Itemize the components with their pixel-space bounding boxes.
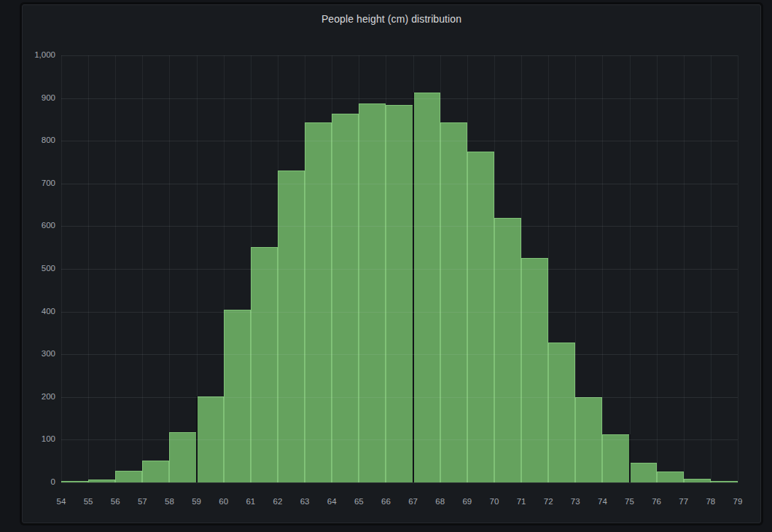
y-gridline bbox=[61, 439, 738, 440]
x-axis-tick-label: 55 bbox=[84, 497, 93, 506]
y-axis-tick-label: 400 bbox=[23, 307, 55, 316]
y-axis-tick-label: 0 bbox=[23, 477, 55, 486]
y-gridline bbox=[61, 312, 738, 313]
x-axis-tick-label: 54 bbox=[57, 497, 66, 506]
x-axis-tick-label: 73 bbox=[571, 497, 580, 506]
y-axis-tick-label: 1,000 bbox=[23, 50, 55, 59]
x-axis-tick-label: 76 bbox=[652, 497, 661, 506]
x-axis-tick-label: 75 bbox=[625, 497, 634, 506]
y-gridline bbox=[61, 397, 738, 398]
x-axis-tick-label: 65 bbox=[354, 497, 364, 506]
x-axis-tick-label: 63 bbox=[300, 497, 310, 506]
x-axis-tick-label: 69 bbox=[462, 497, 472, 506]
x-axis-tick-label: 56 bbox=[111, 497, 120, 506]
histogram-bar[interactable] bbox=[332, 114, 359, 482]
histogram-bar[interactable] bbox=[305, 122, 332, 482]
y-axis-tick-label: 900 bbox=[23, 93, 55, 102]
histogram-bar[interactable] bbox=[224, 310, 251, 482]
y-axis-tick-label: 700 bbox=[23, 179, 55, 187]
x-axis-tick-label: 67 bbox=[408, 497, 418, 506]
y-gridline bbox=[61, 269, 738, 270]
x-axis-tick-label: 78 bbox=[706, 497, 715, 506]
histogram-bar[interactable] bbox=[386, 105, 413, 482]
y-axis-tick-label: 600 bbox=[23, 221, 55, 230]
histogram-bar[interactable] bbox=[494, 218, 521, 482]
x-axis-tick-label: 61 bbox=[246, 497, 255, 506]
x-axis-tick-label: 72 bbox=[544, 497, 553, 506]
histogram-bar[interactable] bbox=[142, 461, 169, 482]
x-axis-tick-label: 77 bbox=[679, 497, 688, 506]
x-axis-tick-label: 58 bbox=[165, 497, 174, 506]
x-axis-tick-label: 64 bbox=[327, 497, 337, 506]
dark-grid-split-line bbox=[413, 93, 414, 482]
histogram-bar[interactable] bbox=[630, 463, 657, 482]
x-axis-tick-label: 79 bbox=[733, 497, 743, 506]
x-axis-tick-label: 62 bbox=[273, 497, 283, 506]
histogram-bar[interactable] bbox=[602, 434, 629, 482]
y-gridline bbox=[61, 184, 738, 184]
dark-grid-split-line bbox=[629, 434, 631, 482]
y-gridline bbox=[61, 98, 738, 99]
histogram-bar[interactable] bbox=[521, 258, 548, 482]
histogram-bar[interactable] bbox=[657, 472, 684, 482]
histogram-bar[interactable] bbox=[413, 93, 440, 482]
x-axis-tick-label: 68 bbox=[435, 497, 445, 506]
histogram-bar[interactable] bbox=[467, 152, 494, 482]
histogram-bar[interactable] bbox=[278, 171, 305, 482]
y-gridline bbox=[61, 55, 738, 56]
y-axis-tick-label: 500 bbox=[23, 264, 55, 273]
x-axis-tick-label: 70 bbox=[490, 497, 499, 506]
y-axis-tick-label: 800 bbox=[23, 136, 55, 144]
grafana-panel: People height (cm) distribution 01002003… bbox=[22, 4, 761, 523]
y-axis-tick-label: 300 bbox=[23, 349, 55, 358]
y-gridline bbox=[61, 141, 738, 141]
x-axis-tick-label: 57 bbox=[138, 497, 147, 506]
x-axis-tick-label: 71 bbox=[517, 497, 526, 506]
panel-title: People height (cm) distribution bbox=[23, 13, 760, 25]
x-gridline bbox=[738, 55, 738, 482]
y-gridline bbox=[61, 354, 738, 355]
y-gridline bbox=[61, 226, 738, 227]
plot-area bbox=[61, 55, 738, 482]
x-axis-tick-label: 60 bbox=[219, 497, 228, 506]
y-axis-tick-label: 100 bbox=[23, 434, 55, 443]
histogram-bar[interactable] bbox=[251, 247, 278, 482]
x-axis-tick-label: 66 bbox=[381, 497, 391, 506]
x-axis-tick-label: 74 bbox=[598, 497, 607, 506]
y-axis-tick-label: 200 bbox=[23, 392, 55, 401]
histogram-bar[interactable] bbox=[115, 471, 142, 482]
x-axis-tick-label: 59 bbox=[192, 497, 201, 506]
y-gridline bbox=[61, 482, 738, 483]
histogram-bar[interactable] bbox=[440, 122, 467, 482]
histogram-bar[interactable] bbox=[548, 343, 575, 482]
histogram-bar[interactable] bbox=[359, 103, 386, 482]
